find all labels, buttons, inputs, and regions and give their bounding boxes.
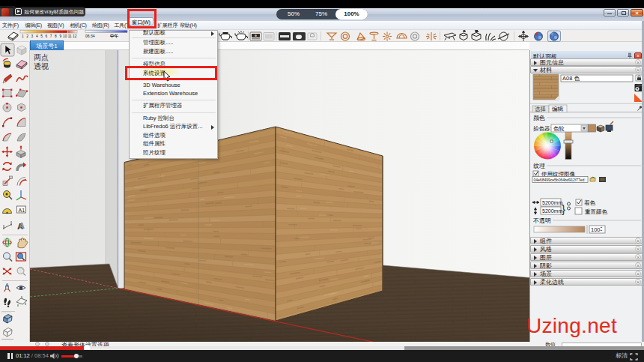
svg-text:06:34: 06:34 xyxy=(85,34,95,38)
svg-text:1 2 3 4 5 6 7 8 9: 1 2 3 4 5 6 7 8 9 xyxy=(22,34,62,38)
svg-text:选择: 选择 xyxy=(535,106,546,112)
svg-text:}: } xyxy=(562,202,565,215)
svg-text:两点: 两点 xyxy=(34,53,49,61)
svg-text:色轮: 色轮 xyxy=(553,125,565,132)
svg-text:04e68499ce5b064bd912f77ed:: 04e68499ce5b064bd912f77ed: xyxy=(534,178,586,182)
svg-text:颜色: 颜色 xyxy=(533,115,545,121)
svg-text:拾色器:: 拾色器: xyxy=(533,125,552,132)
svg-text:A08 色: A08 色 xyxy=(562,75,580,82)
svg-text:着色: 着色 xyxy=(584,199,596,206)
svg-text:不透明: 不透明 xyxy=(533,217,551,224)
svg-text:透视: 透视 xyxy=(34,62,49,70)
svg-text:重置颜色: 重置颜色 xyxy=(585,208,608,215)
svg-text:A1: A1 xyxy=(19,208,25,213)
svg-text:100: 100 xyxy=(591,226,601,233)
svg-text:纹理: 纹理 xyxy=(533,163,545,169)
svg-text:中午: 中午 xyxy=(110,34,119,38)
svg-text:5200mm: 5200mm xyxy=(542,208,562,214)
svg-text:A: A xyxy=(19,221,25,230)
svg-text:5200mm: 5200mm xyxy=(542,200,562,205)
svg-text:编辑: 编辑 xyxy=(552,106,564,112)
svg-text:10 11 12: 10 11 12 xyxy=(63,34,77,38)
